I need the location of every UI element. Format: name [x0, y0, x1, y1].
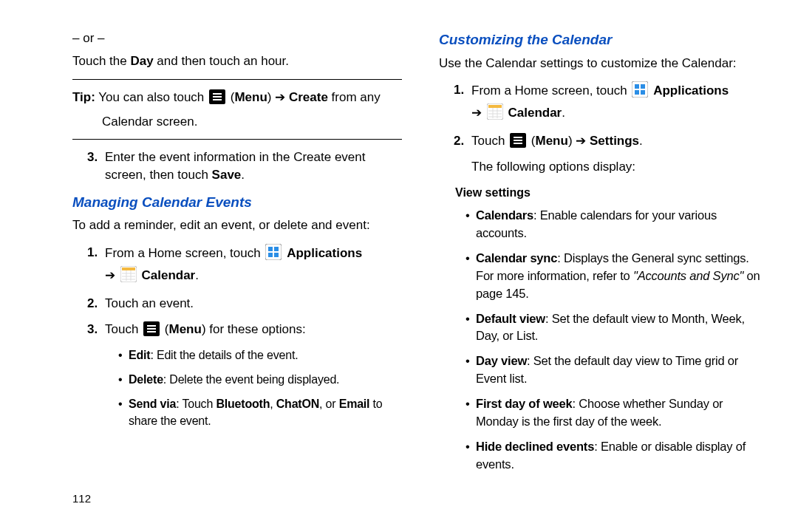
following-options: The following options display:: [471, 158, 768, 177]
manage-options: Edit: Edit the details of the event. Del…: [105, 347, 402, 430]
left-column: – or – Touch the Day and then touch an h…: [72, 30, 402, 510]
svg-rect-21: [635, 84, 639, 89]
manage-step-3: 3. Touch (Menu) for these options: Edit:…: [87, 321, 402, 429]
text: from any: [328, 90, 381, 104]
tip-line2: Calendar screen.: [72, 113, 402, 132]
text: : Delete the event being displayed.: [163, 373, 340, 386]
menu-icon: [209, 89, 225, 110]
calendar-icon: [120, 266, 137, 288]
label: Default view: [476, 312, 545, 325]
label: Hide declined events: [476, 440, 594, 453]
svg-rect-6: [274, 247, 279, 251]
menu-icon: [143, 321, 160, 342]
custom-step-2: 2. Touch (Menu)Settings. The following o…: [454, 132, 768, 176]
text: Touch the: [72, 54, 130, 68]
settings-label: Settings: [590, 134, 639, 148]
step-number: 2.: [87, 295, 98, 313]
vs-first-day-of-week: First day of week: Choose whether Sunday…: [466, 395, 768, 431]
applications-icon: [265, 244, 282, 266]
applications-label: Applications: [287, 246, 362, 260]
menu-label: Menu: [536, 134, 568, 148]
view-settings-header: View settings: [455, 184, 768, 201]
applications-icon: [632, 81, 648, 103]
text: Touch: [471, 134, 508, 148]
option-delete: Delete: Delete the event being displayed…: [118, 371, 402, 388]
step-number: 3.: [87, 321, 98, 339]
arrow-icon: [573, 134, 590, 148]
custom-steps: 1. From a Home screen, touch Application…: [439, 81, 768, 177]
option-send-via: Send via: Touch Bluetooth, ChatON, or Em…: [118, 395, 402, 429]
accounts-sync-ref: "Accounts and Sync": [633, 269, 743, 282]
or-separator: – or –: [72, 30, 402, 48]
calendar-label: Calendar: [141, 268, 195, 282]
tip-label: Tip:: [72, 90, 95, 104]
label: Calendar sync: [476, 251, 557, 265]
text: ,: [270, 398, 276, 410]
svg-rect-8: [274, 253, 279, 257]
text: : Touch: [176, 398, 216, 410]
text: From a Home screen, touch: [105, 246, 264, 260]
manage-step-2: 2. Touch an event.: [87, 295, 402, 313]
step-number: 2.: [454, 132, 464, 151]
menu-icon: [510, 133, 526, 154]
vs-calendars: Calendars: Enable calendars for your var…: [466, 207, 768, 242]
arrow-icon: [105, 268, 119, 282]
text: .: [241, 168, 245, 182]
label: Send via: [129, 398, 176, 410]
day-bold: Day: [130, 54, 153, 68]
bluetooth-label: Bluetooth: [216, 398, 270, 410]
step-number: 1.: [454, 81, 464, 100]
label: First day of week: [476, 397, 572, 410]
svg-rect-26: [488, 105, 502, 108]
menu-label: Menu: [234, 90, 267, 104]
text: for these options:: [206, 322, 306, 336]
vs-day-view: Day view: Set the default day view to Ti…: [466, 352, 768, 388]
applications-label: Applications: [653, 83, 729, 98]
label: Calendars: [476, 208, 533, 222]
text: .: [562, 106, 565, 120]
calendar-label: Calendar: [508, 106, 562, 120]
page-number: 112: [72, 491, 91, 507]
text: : Edit the details of the event.: [150, 349, 298, 361]
svg-rect-7: [268, 253, 273, 257]
label: Day view: [476, 354, 527, 367]
manage-intro: To add a reminder, edit an event, or del…: [72, 216, 402, 235]
heading-customizing: Customizing the Calendar: [439, 30, 768, 50]
arrow-icon: [471, 106, 485, 120]
label: Edit: [129, 349, 150, 361]
option-edit: Edit: Edit the details of the event.: [118, 347, 402, 364]
vs-default-view: Default view: Set the default view to Mo…: [466, 310, 768, 346]
svg-rect-20: [632, 81, 648, 98]
menu-label: Menu: [169, 322, 202, 336]
chaton-label: ChatON: [276, 398, 319, 410]
step-3: 3. Enter the event information in the Cr…: [87, 149, 402, 185]
svg-rect-24: [641, 90, 645, 95]
custom-step-1: 1. From a Home screen, touch Application…: [454, 81, 768, 125]
save-label: Save: [212, 168, 242, 182]
svg-rect-10: [122, 267, 135, 270]
text: and then touch an hour.: [154, 54, 289, 68]
text: Touch an event.: [105, 296, 194, 310]
text: From a Home screen, touch: [471, 83, 630, 98]
text: You can also touch: [95, 90, 208, 104]
step-list-top: 3. Enter the event information in the Cr…: [72, 149, 402, 185]
vs-hide-declined: Hide declined events: Enable or disable …: [466, 438, 768, 474]
arrow-icon: [272, 90, 289, 104]
manage-steps: 1. From a Home screen, touch Application…: [72, 244, 402, 429]
create-label: Create: [289, 90, 328, 104]
step-number: 3.: [87, 149, 98, 167]
step-number: 1.: [87, 244, 98, 262]
svg-rect-4: [265, 244, 282, 260]
svg-rect-5: [268, 247, 273, 251]
label: Delete: [129, 373, 163, 386]
calendar-icon: [487, 103, 503, 126]
custom-intro: Use the Calendar settings to customize t…: [439, 55, 768, 73]
text: .: [639, 134, 643, 148]
email-label: Email: [339, 398, 370, 410]
svg-rect-23: [635, 90, 639, 95]
text: Touch: [105, 322, 142, 336]
text: , or: [319, 398, 339, 410]
page-content: – or – Touch the Day and then touch an h…: [0, 0, 798, 532]
vs-calendar-sync: Calendar sync: Displays the General sync…: [466, 250, 768, 303]
text: .: [195, 268, 199, 282]
